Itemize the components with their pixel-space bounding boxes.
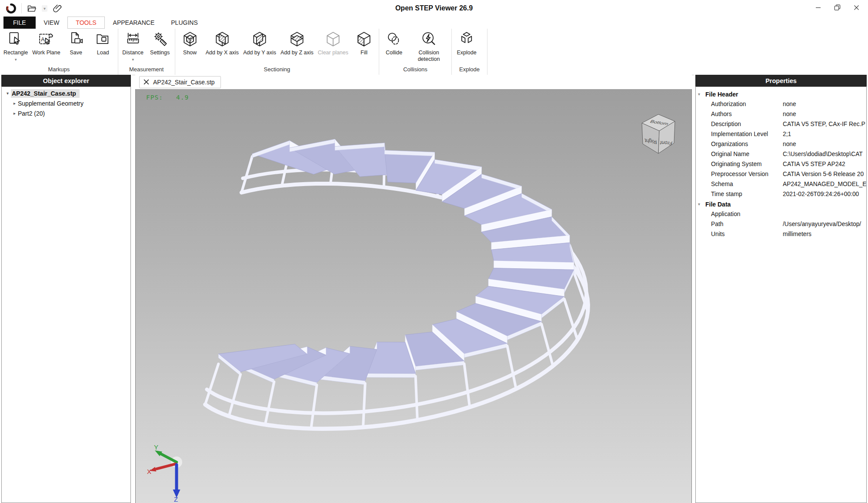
menu-bar: FILEVIEWTOOLSAPPEARANCEPLUGINS <box>0 17 868 29</box>
property-value: C:\Users\dodiad\Desktop\CAT <box>783 151 866 157</box>
section-add-x-icon <box>214 31 230 49</box>
save-markup-icon <box>68 31 84 49</box>
attachment-icon[interactable] <box>52 3 62 13</box>
property-value: none <box>783 101 866 107</box>
expander-down-icon[interactable]: ▾ <box>696 202 705 207</box>
property-row-units: Unitsmillimeters <box>696 229 866 239</box>
property-label: Authorization <box>696 101 783 107</box>
property-section-label: File Header <box>705 91 738 98</box>
work-plane-button[interactable]: AWork Plane <box>30 31 62 56</box>
load-button[interactable]: Load <box>90 31 117 56</box>
property-value: AP242_MANAGED_MODEL_E <box>783 181 866 187</box>
tree-item-part2-20[interactable]: ▸Part2 (20) <box>2 108 130 118</box>
property-label: Time stamp <box>696 191 783 197</box>
object-explorer-panel: Object explorer ▾AP242_Stair_Case.stp▸Su… <box>0 75 132 503</box>
property-row-schema: SchemaAP242_MANAGED_MODEL_E <box>696 179 866 189</box>
navigation-cube[interactable]: Bottom Right Front <box>633 108 682 160</box>
nav-cube-front-label: Front <box>659 140 673 147</box>
section-clear-icon <box>325 31 341 49</box>
toolbar-button-label: Work Plane <box>32 50 60 56</box>
viewport-tab[interactable]: AP242_Stair_Case.stp <box>139 76 221 88</box>
section-add-z-icon <box>289 31 305 49</box>
property-row-application: Application <box>696 209 866 219</box>
property-row-authorization: Authorizationnone <box>696 99 866 109</box>
fps-counter: FPS:4.9 <box>146 94 189 101</box>
toolbar-group-label: Sectioning <box>177 65 377 75</box>
tab-close-icon[interactable] <box>143 79 150 85</box>
properties-panel: Properties ▾File HeaderAuthorizationnone… <box>694 75 868 503</box>
add-by-y-axis-button[interactable]: Add by Y axis <box>241 31 278 56</box>
toolbar-button-label: Save <box>70 50 82 56</box>
divider <box>21 3 22 13</box>
property-value: 2;1 <box>783 131 866 137</box>
tab-plugins[interactable]: PLUGINS <box>163 17 206 29</box>
toolbar-button-label: Distance <box>122 50 144 56</box>
collision-detection-button[interactable]: Collision detection <box>407 31 450 63</box>
toolbar-button-label: Settings <box>150 50 170 56</box>
viewport-canvas[interactable]: FPS:4.9 Bottom Right Front <box>135 89 692 503</box>
toolbar-button-label: Clear planes <box>318 50 348 56</box>
fill-button[interactable]: Fill <box>351 31 377 56</box>
expander-down-icon[interactable]: ▾ <box>4 91 11 96</box>
tree-item-supplemental-geometry[interactable]: ▸Supplemental Geometry <box>2 98 130 108</box>
add-by-x-axis-button[interactable]: Add by X axis <box>204 31 241 56</box>
tab-file[interactable]: FILE <box>3 17 36 29</box>
open-file-icon[interactable] <box>27 3 37 13</box>
fps-label: FPS: <box>146 94 163 101</box>
axis-triad: X Y Z <box>142 444 200 502</box>
collide-button[interactable]: Collide <box>381 31 407 56</box>
property-label: Authors <box>696 111 783 117</box>
toolbar-group-label: Markups <box>1 65 117 75</box>
save-button[interactable]: Save <box>63 31 90 56</box>
property-label: Organizations <box>696 141 783 147</box>
app-logo-icon[interactable] <box>6 3 17 14</box>
toolbar-group-sectioning: Show Add by X axis Add by Y axis Add by … <box>175 29 379 75</box>
toolbar-button-label: Add by Y axis <box>243 50 276 56</box>
dropdown-caret-icon[interactable]: ▾ <box>132 58 134 62</box>
object-tree: ▾AP242_Stair_Case.stp▸Supplemental Geome… <box>1 87 131 503</box>
title-bar: ▾ Open STEP Viewer 26.9 <box>0 0 868 17</box>
work-plane-icon: A <box>38 31 54 49</box>
collision-detection-icon <box>421 31 437 49</box>
toolbar-group-label: Measurement <box>120 65 174 75</box>
restore-button[interactable] <box>834 4 841 13</box>
property-label: Originating System <box>696 161 783 167</box>
distance-button[interactable]: Distance▾ <box>120 31 147 62</box>
tab-tools[interactable]: TOOLS <box>67 17 104 29</box>
tab-appearance[interactable]: APPEARANCE <box>105 17 163 29</box>
property-section-file-data[interactable]: ▾File Data <box>696 199 866 209</box>
explode-button[interactable]: Explode <box>453 31 480 56</box>
expander-right-icon[interactable]: ▸ <box>11 101 18 106</box>
settings-button[interactable]: Settings <box>147 31 174 56</box>
dropdown-caret-icon[interactable]: ▾ <box>15 58 17 62</box>
load-markup-icon <box>95 31 111 49</box>
property-value: none <box>783 111 866 117</box>
viewport-tab-strip: AP242_Stair_Case.stp <box>135 75 692 89</box>
stair-model[interactable] <box>136 89 691 503</box>
property-value: /Users/anyayuryeva/Desktop/ <box>783 221 866 227</box>
minimize-button[interactable] <box>815 4 821 12</box>
expander-right-icon[interactable]: ▸ <box>11 111 18 116</box>
rectangle-button[interactable]: Rectangle▾ <box>1 31 30 62</box>
toolbar-group-label: Explode <box>453 65 486 75</box>
tab-view[interactable]: VIEW <box>36 17 68 29</box>
toolbar-group-markups: Rectangle▾AWork PlaneSaveLoadMarkups <box>0 29 118 75</box>
toolbar-button-label: Collide <box>386 50 402 56</box>
svg-text:A: A <box>41 37 45 43</box>
toolbar-group-collisions: CollideCollision detectionCollisions <box>379 29 452 75</box>
toolbar-button-label: Add by X axis <box>206 50 239 56</box>
fps-value: 4.9 <box>176 94 189 101</box>
property-row-time-stamp: Time stamp2021-02-26T09:24:26+00:00 <box>696 189 866 199</box>
x-axis-label: X <box>147 468 151 475</box>
open-file-dropdown-caret-icon[interactable]: ▾ <box>42 5 47 12</box>
tree-item-ap242-stair-case-stp[interactable]: ▾AP242_Stair_Case.stp <box>2 88 130 98</box>
property-value: none <box>783 141 866 147</box>
expander-down-icon[interactable]: ▾ <box>696 92 705 97</box>
toolbar-group-measurement: Distance▾SettingsMeasurement <box>118 29 175 75</box>
show-button[interactable]: Show <box>177 31 204 56</box>
property-section-file-header[interactable]: ▾File Header <box>696 89 866 99</box>
toolbar-button-label: Rectangle <box>3 50 28 56</box>
add-by-z-axis-button[interactable]: Add by Z axis <box>278 31 316 56</box>
close-button[interactable] <box>854 4 859 12</box>
window-title: Open STEP Viewer 26.9 <box>0 4 868 12</box>
